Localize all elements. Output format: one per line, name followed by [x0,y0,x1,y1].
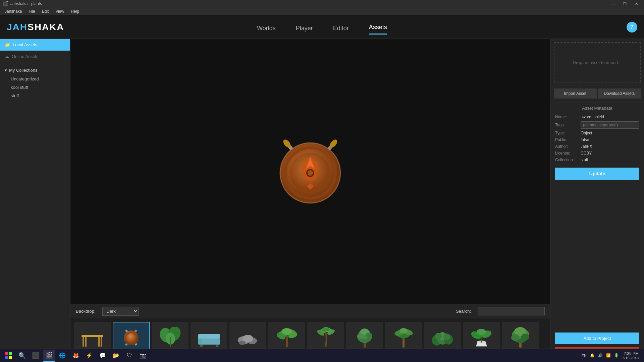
user-avatar[interactable]: ? [627,22,637,33]
nav-assets[interactable]: Assets [369,24,387,35]
taskbar-notification-icon: 🔔 [590,353,595,358]
svg-point-48 [322,327,330,331]
svg-point-61 [399,328,408,334]
svg-rect-16 [82,335,103,337]
license-label: License: [555,151,579,156]
my-collections-header[interactable]: ▾ My Collections [0,66,70,75]
sidebar: 📁 Local Assets ☁ Online Assets ▾ My Coll… [0,39,70,362]
svg-point-67 [443,334,450,340]
svg-rect-81 [9,352,12,355]
nav-worlds[interactable]: Worlds [257,25,276,35]
search-input[interactable] [478,307,545,315]
meta-type-row: Type: Object [555,131,639,135]
update-button[interactable]: Update [555,168,639,180]
license-value: CCBY [581,151,592,156]
taskbar-app-icon[interactable]: 🎬 [43,350,55,362]
taskbar-icons: 🔍 ⬛ 🎬 🌐 🦊 ⚡ 💬 📂 🛡 📷 [16,350,149,362]
start-button[interactable] [3,350,15,362]
tags-input[interactable] [581,121,639,129]
type-label: Type: [555,131,579,135]
preview-viewport [70,39,550,304]
taskbar-firefox-icon[interactable]: 🦊 [70,350,82,362]
taskbar-files-icon[interactable]: 📂 [110,350,122,362]
asset-metadata-label: Asset Metadata [550,103,644,112]
svg-point-66 [435,333,442,340]
preview-controls: Backdrop: Dark Light Transparent Search: [70,304,550,318]
menu-help[interactable]: Help [67,8,83,14]
meta-license-row: License: CCBY [555,151,639,156]
svg-point-55 [357,334,364,339]
collection-stuff[interactable]: stuff [0,92,70,100]
menu-file[interactable]: File [25,8,38,14]
online-assets-icon: ☁ [5,54,9,59]
nav-player[interactable]: Player [296,25,313,35]
add-to-project-button[interactable]: Add to Project [555,333,639,344]
menu-bar: Jahshaka File Edit View Help [0,7,644,15]
svg-rect-19 [85,337,87,347]
logo: JAHSHAKA [7,22,64,33]
svg-rect-17 [83,337,84,347]
svg-rect-20 [98,337,100,347]
taskbar-camera-icon[interactable]: 📷 [137,350,149,362]
svg-rect-40 [286,335,288,347]
svg-rect-33 [198,334,220,339]
taskbar-language: EN [582,354,587,358]
backdrop-select[interactable]: Dark Light Transparent [102,307,139,316]
close-button[interactable]: ✕ [631,0,641,7]
svg-point-13 [308,170,313,176]
chevron-down-icon: ▾ [5,68,7,73]
nav-editor[interactable]: Editor [333,25,349,35]
download-assets-button[interactable]: Download Assets [598,88,641,99]
taskbar-flash-icon[interactable]: ⚡ [83,350,95,362]
local-assets-button[interactable]: 📁 Local Assets [0,39,70,51]
drop-zone[interactable]: Drop an asset to import... [554,42,641,82]
menu-jahshaka[interactable]: Jahshaka [1,8,25,14]
preview-3d-object [260,124,361,218]
meta-collection-row: Collection: stuff [555,158,639,162]
import-download-buttons: Import Asset Download Assets [550,86,644,101]
svg-point-39 [239,341,246,345]
svg-point-72 [477,329,486,335]
taskbar-network-icon: 📶 [606,353,611,358]
nav-links: Worlds Player Editor Assets [257,15,387,39]
preview-area: Backdrop: Dark Light Transparent Search: [70,39,550,362]
menu-edit[interactable]: Edit [39,8,52,14]
asset-thumbnail [390,325,417,350]
app-icon: 🎬 [3,1,8,6]
meta-public-row: Public: false [555,137,639,142]
collection-uncategorized[interactable]: Uncategorized [0,75,70,83]
asset-thumbnail [196,325,222,350]
svg-point-38 [243,335,253,342]
taskbar-search-icon[interactable]: 🔍 [16,350,28,362]
logo-shaka: SHAKA [28,22,64,32]
taskbar-chat-icon[interactable]: 💬 [97,350,109,362]
name-label: Name: [555,115,579,119]
taskbar-task-view-icon[interactable]: ⬛ [30,350,42,362]
import-asset-button[interactable]: Import Asset [554,88,597,99]
svg-rect-82 [5,356,8,359]
author-value: JahFX [581,144,592,149]
svg-rect-35 [216,345,218,347]
collection-kool-stuff[interactable]: kool stuff [0,83,70,92]
asset-thumbnail [351,325,378,350]
my-collections-label: My Collections [9,68,38,73]
taskbar-shield-icon[interactable]: 🛡 [123,350,136,362]
online-assets-button[interactable]: ☁ Online Assets [0,51,70,62]
search-label: Search: [456,309,471,314]
collection-label: Collection: [555,158,579,162]
svg-rect-34 [200,345,203,347]
maximize-button[interactable]: ❐ [620,0,630,7]
taskbar-date: 2/15/2018 [622,356,639,360]
svg-rect-83 [9,356,12,359]
meta-tags-row: Tags: [555,121,639,129]
spacer [550,182,644,330]
taskbar-browser-icon[interactable]: 🌐 [56,350,68,362]
asset-thumbnail [118,325,145,350]
taskbar-time: 2:39 PM [622,351,639,356]
minimize-button[interactable]: — [608,0,619,7]
meta-author-row: Author: JahFX [555,144,639,149]
title-bar-controls: — ❐ ✕ [608,0,641,7]
online-assets-label: Online Assets [12,54,39,59]
name-value: sword_shield [581,115,604,119]
menu-view[interactable]: View [52,8,67,14]
